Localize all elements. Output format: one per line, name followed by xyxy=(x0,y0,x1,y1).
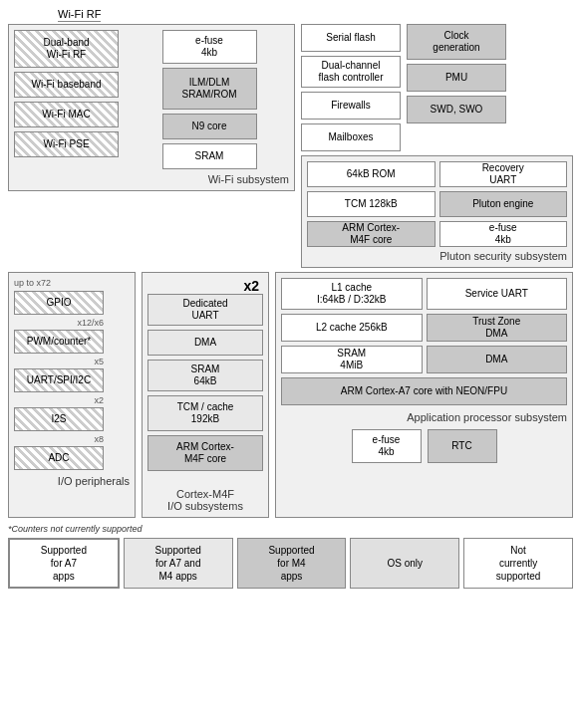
uart-count: x5 xyxy=(14,357,104,366)
wifi-mac-block: Wi-Fi MAC xyxy=(14,102,119,127)
pluton-engine-block: Pluton engine xyxy=(439,191,568,217)
app-proc-label: Application processor subsystem xyxy=(281,411,567,423)
i2s-count: x2 xyxy=(14,395,104,405)
dma-app-block: DMA xyxy=(427,346,568,373)
sram-64kb-block: SRAM 64kB xyxy=(147,360,263,391)
cortex-m4f-subsystem: x2 Dedicated UART DMA SRAM 64kB TCM / ca… xyxy=(142,272,269,518)
pwm-count: x12/x6 xyxy=(14,318,104,328)
uart-spi-i2c-block: UART/SPI/I2C xyxy=(14,368,104,392)
dual-channel-flash-block: Dual-channel flash controller xyxy=(301,56,401,88)
tcm-128kb-block: TCM 128kB xyxy=(307,191,436,217)
legend-not-supported: Not currently supported xyxy=(463,538,573,589)
l2-cache-block: L2 cache 256kB xyxy=(281,314,423,342)
adc-block: ADC xyxy=(14,446,104,470)
n9-core-block: N9 core xyxy=(162,114,257,139)
i2s-block: I2S xyxy=(14,407,104,431)
wifi-subsystem-label: Wi-Fi subsystem xyxy=(14,173,289,185)
legend-a7m4-apps: Supported for A7 and M4 apps xyxy=(124,538,233,589)
arm-cortex-m4f-block: ARM Cortex- M4F core xyxy=(147,435,263,471)
trustzone-dma-block: Trust Zone DMA xyxy=(427,314,568,342)
legend-os-only: OS only xyxy=(350,538,459,589)
dedicated-uart-block: Dedicated UART xyxy=(147,294,263,326)
tcm-cache-block: TCM / cache 192kB xyxy=(147,395,263,431)
l1-cache-block: L1 cache I:64kB / D:32kB xyxy=(281,278,423,310)
swd-swo-block: SWD, SWO xyxy=(407,96,506,123)
counters-note: *Counters not currently supported xyxy=(8,524,573,534)
x2-badge: x2 xyxy=(147,278,263,294)
wifi-baseband-block: Wi-Fi baseband xyxy=(14,72,119,98)
pmu-block: PMU xyxy=(407,64,506,92)
sram-wifi-block: SRAM xyxy=(162,143,257,169)
wifi-pse-block: Wi-Fi PSE xyxy=(14,131,119,157)
io-peripherals-label: I/O peripherals xyxy=(14,475,130,487)
efuse-wifi-block: e-fuse 4kb xyxy=(162,30,257,64)
cortex-m4f-label: Cortex-M4F I/O subsystems xyxy=(147,476,263,512)
dual-band-wifi-block: Dual-band Wi-Fi RF xyxy=(14,30,119,68)
firewalls-block: Firewalls xyxy=(301,92,401,120)
clock-gen-block: Clock generation xyxy=(407,24,506,60)
adc-count: x8 xyxy=(14,434,104,444)
io-peripherals-subsystem: up to x72 GPIO x12/x6 PWM/counter* x5 U xyxy=(8,272,136,518)
sram-4mib-block: SRAM 4MiB xyxy=(281,346,423,373)
cortex-m4-pluton-block: ARM Cortex- M4F core xyxy=(307,221,436,247)
rtc-block: RTC xyxy=(428,429,497,463)
dma-m4f-block: DMA xyxy=(147,330,263,356)
pluton-label: Pluton security subsystem xyxy=(307,250,567,262)
app-processor-subsystem: L1 cache I:64kB / D:32kB Service UART L2… xyxy=(275,272,573,518)
rom-64kb-block: 64kB ROM xyxy=(307,161,436,187)
wifi-subsystem: Dual-band Wi-Fi RF Wi-Fi baseband Wi-Fi … xyxy=(8,24,295,191)
arm-a7-block: ARM Cortex-A7 core with NEON/FPU xyxy=(281,377,567,405)
efuse-pluton-block: e-fuse 4kb xyxy=(439,221,568,247)
legend-a7-apps: Supported for A7 apps xyxy=(8,538,120,589)
pwm-block: PWM/counter* xyxy=(14,330,104,354)
efuse-app-block: e-fuse 4kb xyxy=(352,429,422,463)
mailboxes-block: Mailboxes xyxy=(301,123,401,151)
recovery-uart-block: Recovery UART xyxy=(439,161,568,187)
gpio-count: up to x72 xyxy=(14,278,130,288)
gpio-block: GPIO xyxy=(14,291,104,315)
serial-flash-block: Serial flash xyxy=(301,24,401,52)
legend-m4-apps: Supported for M4 apps xyxy=(237,538,347,589)
ilm-dlm-block: ILM/DLM SRAM/ROM xyxy=(162,68,257,110)
wifi-rf-label: Wi-Fi RF xyxy=(58,8,101,22)
pluton-subsystem: 64kB ROM Recovery UART TCM 128kB Pluton … xyxy=(301,155,573,268)
service-uart-block: Service UART xyxy=(427,278,568,310)
